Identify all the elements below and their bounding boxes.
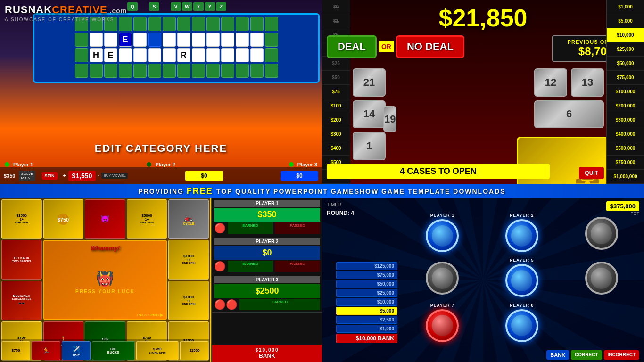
correct-btn[interactable]: CORRECT [571,350,602,360]
svg-rect-3 [585,181,590,184]
pyl-player2-passed: PASSED [275,261,320,272]
timer-label: TIMER [327,202,341,207]
pc [177,33,190,47]
buzzer-p5[interactable]: PLAYER 5 [484,257,560,298]
buzzer-p7-inner [432,315,453,336]
pc [104,64,117,78]
case-12[interactable]: 12 [534,68,567,97]
puzzle-row-3: H E R [37,48,316,62]
alpha-q: Q [127,2,138,11]
score-minus[interactable]: - [98,173,99,179]
pc [75,33,88,47]
player1-label: Player 1 [13,162,33,167]
pyl-cell-750: $750 [43,199,84,239]
incorrect-btn[interactable]: INCORRECT [604,350,639,360]
pc [192,64,205,78]
banner-text: PROVIDING FREE TOP QUALITY POWERPOINT GA… [138,186,505,196]
player3-score-box: $0 [281,171,318,181]
pc [206,64,220,78]
pc-E: E [119,33,132,47]
pyl-bank-label: $10,000 [215,347,319,353]
case-6[interactable]: 6 [534,100,604,129]
buzzer-p8-label: PLAYER 8 [510,303,534,308]
player3-label: Player 3 [297,162,317,167]
buzzer-p4[interactable] [405,257,480,298]
buzzer-p7[interactable]: PLAYER 7 [405,302,480,343]
prize-bank: $10,000 BANK [336,334,397,343]
pc [250,17,264,31]
money-r-75000: $75,000 [607,71,644,85]
case-1[interactable]: 1 [353,132,386,160]
bank-btn[interactable]: BANK [546,350,569,360]
briefcase-area: 21 14 12 13 6 1 19 [353,68,604,160]
pyl-player1-status: 🔴 EARNED PASSED [214,222,320,234]
pyl-bank-title: BANK [215,353,319,359]
main-container: RUSNAKCREATIVE .com A SHOWCASE OF CREATI… [0,0,644,362]
buzzer-p1-inner [432,225,453,247]
banner: PROVIDING FREE TOP QUALITY POWERPOINT GA… [0,184,644,198]
buzzer-p3-ring[interactable] [585,217,618,250]
solve-btn[interactable]: SOLVEMAIN [19,171,35,181]
pyl-cell-designer: DESIGNER SUNGLASSES 🕶️ [1,281,42,320]
score-area: $350 SOLVEMAIN SPIN + $1,550 - BUY VOWEL… [0,167,322,184]
player3-dot [289,162,294,167]
pc [250,48,264,62]
buzzer-p8-inner [511,315,532,336]
case-13[interactable]: 13 [571,68,604,97]
case-21[interactable]: 21 [353,68,386,97]
buzzer-p6-inner [591,268,612,289]
buzzer-p5-ring[interactable] [505,264,538,297]
case-19[interactable]: 19 [383,106,396,132]
money-r-10000: $10,000 [607,28,644,42]
pc [192,48,205,62]
pyl-player2-name: PLAYER 2 [214,238,320,245]
buzzer-p3[interactable] [563,212,639,253]
money-75: $75 [322,85,350,99]
pyl-player3-score: $2500 [214,284,320,298]
pc-R: R [177,48,190,62]
deal-amount: $21,850 [322,4,644,32]
pyl-player2-score: $0 [214,246,320,260]
score-plus[interactable]: + [63,173,66,179]
prize-125000: $125,000 [336,262,397,270]
pyl-cell-1000-right2: $1000 1+ ONE SPIN [168,281,209,320]
pc [236,17,249,31]
money-right-column: $1,000 $5,000 $10,000 $25,000 $50,000 $7… [606,0,644,184]
deal-btn[interactable]: DEAL [327,35,377,58]
player1-amount: $1,550 [68,171,96,181]
buzzer-p8-ring[interactable] [505,309,538,342]
pc [221,48,234,62]
nodeal-btn[interactable]: NO DEAL [396,35,464,58]
buzzer-p4-ring[interactable] [426,262,459,295]
player2-label: Player 2 [155,162,175,167]
pc [265,33,278,47]
pass-spins[interactable]: PASS SPINS ▶ [137,313,164,317]
quit-btn[interactable]: QUIT [579,167,604,179]
buzzer-p7-ring[interactable] [426,309,459,342]
buzzer-p5-inner [511,270,532,291]
pc [148,48,161,62]
player2-score-box: $0 [185,171,223,181]
buzzer-p8[interactable]: PLAYER 8 [484,302,560,343]
pc [133,17,147,31]
buzzer-p1-ring[interactable] [426,219,459,252]
pyl-cell-1500: $1500 1+ ONE SPIN [1,199,42,239]
banner-providing: PROVIDING [138,188,186,195]
buzzer-p2-ring[interactable] [505,219,538,252]
pc [148,33,161,47]
buy-vowel-btn[interactable]: BUY VOWEL [101,173,127,179]
alpha-v: V [171,2,181,11]
money-r-25000: $25,000 [607,42,644,57]
pyl-player2-earned: EARNED [228,261,273,272]
prize-ladder: $10,000 BANK $1,000 $2,500 $5,000 $10,00… [336,212,397,343]
pc [250,33,264,47]
buzzer-p6[interactable] [563,257,639,298]
buzzer-p6-ring[interactable] [585,262,618,295]
case-14[interactable]: 14 [353,100,386,129]
buzzer-p2[interactable]: PLAYER 2 [484,212,560,253]
pc [250,64,264,78]
pyl-player2-status: 🔴 EARNED PASSED [214,261,320,272]
alpha-y: Y [205,2,215,11]
buzzer-p1[interactable]: PLAYER 1 [405,212,480,253]
pyl-grid: $1500 1+ ONE SPIN $750 😈 $5000 1+ ONE SP… [0,198,210,362]
